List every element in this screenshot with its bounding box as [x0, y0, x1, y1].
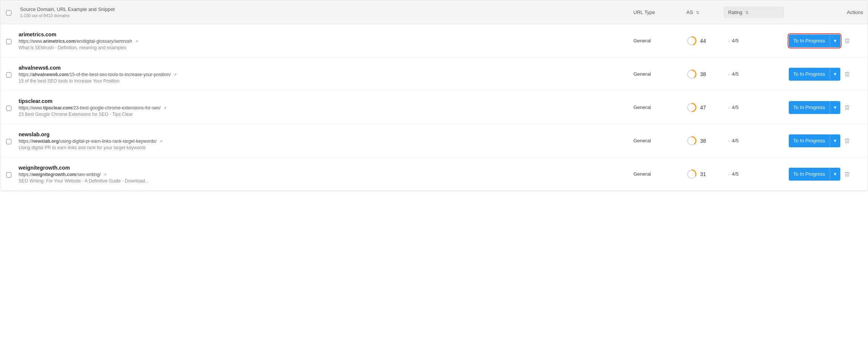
external-link-icon[interactable]: ↗ [163, 106, 166, 110]
domain-snippet: SEO Writing: For Your Website - A Defini… [19, 178, 626, 184]
url-type-col-label: URL Type [633, 9, 655, 15]
select-all-checkbox[interactable] [6, 10, 11, 16]
delete-button[interactable] [843, 136, 852, 145]
rating-filter-icon[interactable]: ⇅ [745, 10, 749, 15]
table-header: Source Domain, URL Example and Snippet 1… [0, 0, 868, 24]
row-checkbox-3[interactable] [6, 106, 11, 111]
btn-dropdown-arrow[interactable]: ▾ [830, 101, 840, 114]
as-donut-chart [686, 169, 697, 179]
rating-col-label: Rating [728, 9, 743, 15]
domain-url[interactable]: https://www.tipsclear.com/23-best-google… [19, 105, 626, 111]
domain-url[interactable]: https://newslab.org/using-digital-pr-ear… [19, 139, 626, 144]
row-checkbox-2[interactable] [6, 72, 11, 78]
actions-cell: To In Progress ▾ [784, 165, 868, 184]
row-checkbox-cell[interactable] [0, 171, 17, 178]
as-cell: 38 [682, 66, 724, 83]
as-number: 38 [700, 71, 706, 77]
as-cell: 31 [682, 166, 724, 182]
btn-dropdown-arrow[interactable]: ▾ [830, 68, 840, 81]
row-checkbox-cell[interactable] [0, 37, 17, 44]
rating-column-header: Rating ⇅ [724, 6, 784, 18]
delete-button[interactable] [843, 36, 852, 45]
rating-arrow-icon: › [728, 105, 730, 110]
as-cell: 44 [682, 33, 724, 49]
domain-url[interactable]: https://www.arimetrics.com/en/digital-gl… [19, 39, 626, 44]
rating-value: 4/5 [732, 138, 739, 143]
to-in-progress-button[interactable]: To In Progress ▾ [789, 68, 840, 81]
domain-cell: tipsclear.com https://www.tipsclear.com/… [17, 97, 629, 119]
delete-button[interactable] [843, 170, 852, 179]
rating-cell: › 4/5 [724, 168, 784, 180]
domain-url[interactable]: https://ahvalnews6.com/15-of-the-best-se… [19, 72, 626, 77]
to-in-progress-button[interactable]: To In Progress ▾ [789, 168, 840, 181]
domain-snippet: 23 Best Google Chrome Extensions for SEO… [19, 112, 626, 117]
btn-label: To In Progress [789, 101, 830, 114]
domain-url-bold: weignitegrowth.com [32, 172, 76, 177]
external-link-icon[interactable]: ↗ [135, 39, 138, 44]
external-link-icon[interactable]: ↗ [103, 173, 107, 177]
table-row: tipsclear.com https://www.tipsclear.com/… [0, 91, 868, 124]
domain-url[interactable]: https://weignitegrowth.com/seo-writing/ … [19, 172, 626, 177]
to-in-progress-button[interactable]: To In Progress ▾ [789, 34, 840, 47]
row-checkbox-cell[interactable] [0, 71, 17, 78]
delete-button[interactable] [843, 70, 852, 79]
trash-icon [844, 138, 850, 144]
actions-cell: To In Progress ▾ [784, 131, 868, 150]
delete-button[interactable] [843, 103, 852, 112]
domain-cell: arimetrics.com https://www.arimetrics.co… [17, 30, 629, 52]
rating-arrow-icon: › [728, 172, 730, 176]
domain-cell: newslab.org https://newslab.org/using-di… [17, 130, 629, 152]
rating-cell: › 4/5 [724, 101, 784, 113]
domain-url-link[interactable]: https://www.arimetrics.com/en/digital-gl… [19, 39, 132, 44]
url-type-column-header: URL Type [629, 6, 682, 18]
domain-url-link[interactable]: https://www.tipsclear.com/23-best-google… [19, 105, 161, 111]
to-in-progress-button[interactable]: To In Progress ▾ [789, 101, 840, 114]
as-donut-chart [686, 36, 697, 46]
domain-url-link[interactable]: https://newslab.org/using-digital-pr-ear… [19, 139, 157, 144]
domain-cell: weignitegrowth.com https://weignitegrowt… [17, 163, 629, 185]
url-type-cell: General [629, 35, 682, 47]
domain-col-title: Source Domain, URL Example and Snippet [20, 6, 624, 12]
btn-label: To In Progress [789, 34, 830, 47]
url-type-cell: General [629, 68, 682, 80]
actions-column-header: Actions [784, 6, 868, 18]
rating-cell: › 4/5 [724, 135, 784, 147]
domain-snippet: 15 of the best SEO tools to Increase You… [19, 78, 626, 84]
as-number: 31 [700, 171, 706, 177]
as-filter-icon[interactable]: ⇅ [696, 10, 699, 15]
row-checkbox-cell[interactable] [0, 137, 17, 144]
table-body: arimetrics.com https://www.arimetrics.co… [0, 24, 868, 191]
actions-cell: To In Progress ▾ [784, 31, 868, 50]
domain-snippet: What is SEMrush - Definition, meaning an… [19, 45, 626, 50]
trash-icon [844, 71, 850, 77]
row-checkbox-1[interactable] [6, 39, 11, 44]
row-checkbox-cell[interactable] [0, 104, 17, 111]
as-donut-chart [686, 102, 697, 113]
domain-url-link[interactable]: https://ahvalnews6.com/15-of-the-best-se… [19, 72, 171, 77]
btn-dropdown-arrow[interactable]: ▾ [830, 34, 840, 47]
external-link-icon[interactable]: ↗ [174, 73, 177, 77]
btn-dropdown-arrow[interactable]: ▾ [830, 168, 840, 181]
table-row: newslab.org https://newslab.org/using-di… [0, 124, 868, 158]
domain-name: arimetrics.com [19, 31, 626, 37]
as-column-header: AS ⇅ [682, 6, 724, 18]
btn-label: To In Progress [789, 68, 830, 81]
external-link-icon[interactable]: ↗ [159, 139, 162, 143]
row-checkbox-4[interactable] [6, 139, 11, 144]
table-row: weignitegrowth.com https://weignitegrowt… [0, 158, 868, 191]
as-number: 38 [700, 138, 706, 144]
btn-dropdown-arrow[interactable]: ▾ [830, 134, 840, 147]
as-donut-chart [686, 69, 697, 80]
rating-arrow-icon: › [728, 139, 730, 143]
domain-url-link[interactable]: https://weignitegrowth.com/seo-writing/ [19, 172, 101, 177]
domain-name: ahvalnews6.com [19, 65, 626, 71]
as-donut-chart [686, 136, 697, 146]
domain-col-subtitle: 1-100 out of 8413 domains [20, 13, 624, 18]
row-checkbox-5[interactable] [6, 172, 11, 178]
btn-label: To In Progress [789, 168, 830, 181]
actions-cell: To In Progress ▾ [784, 98, 868, 117]
select-all-cell[interactable] [0, 9, 17, 16]
to-in-progress-button[interactable]: To In Progress ▾ [789, 134, 840, 147]
rating-cell: › 4/5 [724, 35, 784, 47]
trash-icon [844, 104, 850, 111]
